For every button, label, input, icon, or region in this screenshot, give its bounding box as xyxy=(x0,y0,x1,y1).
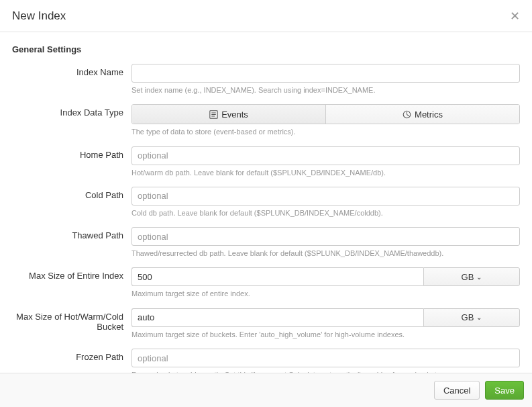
label-cold-path: Cold Path xyxy=(12,187,131,200)
max-bucket-input[interactable] xyxy=(131,308,423,327)
label-frozen-path: Frozen Path xyxy=(12,349,131,362)
max-bucket-unit-label: GB xyxy=(462,312,474,322)
help-max-bucket: Maximum target size of buckets. Enter 'a… xyxy=(131,330,520,339)
row-max-index: Max Size of Entire Index GB ⌄ Maximum ta… xyxy=(12,267,520,298)
row-cold-path: Cold Path Cold db path. Leave blank for … xyxy=(12,187,520,218)
max-bucket-unit-select[interactable]: GB ⌄ xyxy=(423,308,520,327)
help-thawed-path: Thawed/resurrected db path. Leave blank … xyxy=(131,248,520,258)
events-icon xyxy=(209,110,218,119)
label-data-type: Index Data Type xyxy=(12,104,131,118)
row-thawed-path: Thawed Path Thawed/resurrected db path. … xyxy=(12,227,520,258)
save-button[interactable]: Save xyxy=(485,381,524,400)
thawed-path-input[interactable] xyxy=(131,227,520,246)
modal-footer: Cancel Save xyxy=(0,373,532,407)
label-max-bucket: Max Size of Hot/Warm/Cold Bucket xyxy=(12,308,131,332)
max-index-unit-select[interactable]: GB ⌄ xyxy=(423,267,520,286)
frozen-path-input[interactable] xyxy=(131,349,520,367)
help-home-path: Hot/warm db path. Leave blank for defaul… xyxy=(131,168,520,177)
max-index-input[interactable] xyxy=(131,267,423,286)
row-home-path: Home Path Hot/warm db path. Leave blank … xyxy=(12,146,520,177)
row-max-bucket: Max Size of Hot/Warm/Cold Bucket GB ⌄ Ma… xyxy=(12,308,520,339)
close-icon[interactable]: ✕ xyxy=(510,10,520,22)
data-type-metrics[interactable]: Metrics xyxy=(325,105,519,124)
index-name-input[interactable] xyxy=(131,64,520,83)
modal-header: New Index ✕ xyxy=(0,0,532,32)
metrics-label: Metrics xyxy=(415,109,443,120)
row-index-name: Index Name Set index name (e.g., INDEX_N… xyxy=(12,64,520,95)
help-index-name: Set index name (e.g., INDEX_NAME). Searc… xyxy=(131,85,520,95)
help-max-index: Maximum target size of entire index. xyxy=(131,289,520,298)
label-thawed-path: Thawed Path xyxy=(12,227,131,240)
home-path-input[interactable] xyxy=(131,146,520,165)
cold-path-input[interactable] xyxy=(131,187,520,206)
help-cold-path: Cold db path. Leave blank for default ($… xyxy=(131,208,520,218)
modal-title: New Index xyxy=(12,9,66,23)
events-label: Events xyxy=(221,109,248,120)
section-heading: General Settings xyxy=(12,44,520,54)
chevron-down-icon: ⌄ xyxy=(476,273,482,281)
label-home-path: Home Path xyxy=(12,146,131,160)
chevron-down-icon: ⌄ xyxy=(476,314,482,321)
metrics-icon xyxy=(403,110,411,119)
max-index-unit-label: GB xyxy=(462,272,474,282)
row-data-type: Index Data Type Events Metrics The type … xyxy=(12,104,520,136)
label-index-name: Index Name xyxy=(12,64,131,77)
cancel-button[interactable]: Cancel xyxy=(434,381,480,400)
help-data-type: The type of data to store (event-based o… xyxy=(131,127,520,136)
label-max-index: Max Size of Entire Index xyxy=(12,267,131,281)
data-type-toggle: Events Metrics xyxy=(131,104,520,124)
data-type-events[interactable]: Events xyxy=(132,105,325,124)
modal-body: General Settings Index Name Set index na… xyxy=(0,32,532,407)
